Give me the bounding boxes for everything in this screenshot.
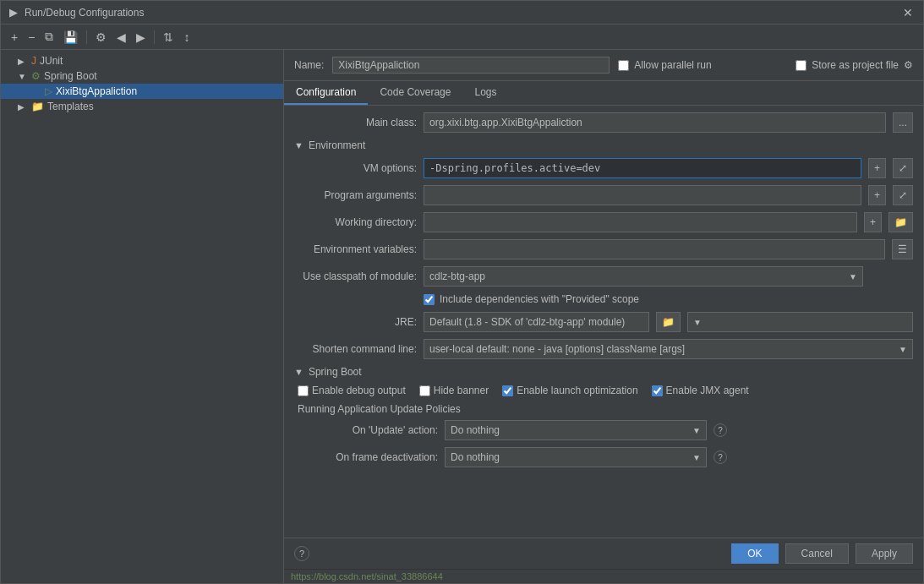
vm-options-add-btn[interactable]: +	[868, 158, 886, 178]
store-settings-icon: ⚙	[904, 59, 913, 71]
on-frame-arrow: ▼	[692, 453, 701, 462]
running-app-header: Running Application Update Policies	[298, 403, 913, 415]
tab-code-coverage[interactable]: Code Coverage	[368, 81, 462, 105]
sidebar-item-junit[interactable]: ▶ J JUnit	[1, 53, 283, 68]
on-update-dropdown[interactable]: Do nothing ▼	[445, 420, 707, 440]
enable-debug-label: Enable debug output	[312, 385, 406, 396]
toolbar: + − ⧉ 💾 ⚙ ◀ ▶ ⇅ ↕	[1, 25, 923, 50]
status-url: https://blog.csdn.net/sinat_33886644	[291, 571, 443, 581]
sidebar-item-templates[interactable]: ▶ 📁 Templates	[1, 99, 283, 114]
enable-jmx-checkbox[interactable]	[652, 385, 663, 396]
title-bar-left: ▶ Run/Debug Configurations	[9, 6, 144, 19]
main-class-row: Main class: ...	[294, 112, 913, 133]
allow-parallel-checkbox[interactable]	[618, 60, 629, 71]
sidebar-item-templates-label: Templates	[47, 101, 94, 112]
vm-options-expand-btn[interactable]: ⤢	[893, 158, 913, 178]
settings-button[interactable]: ⚙	[92, 29, 110, 46]
close-icon[interactable]: ✕	[903, 7, 915, 19]
run-debug-dialog: ▶ Run/Debug Configurations ✕ + − ⧉ 💾 ⚙ ◀…	[0, 0, 924, 584]
on-frame-row: On frame deactivation: Do nothing ▼ ?	[311, 447, 913, 467]
spring-boot-section: ▼ Spring Boot Enable debug output Hide b…	[294, 366, 913, 467]
env-vars-label: Environment variables:	[294, 243, 417, 255]
prev-button[interactable]: ◀	[113, 29, 129, 46]
program-args-row: Program arguments: + ⤢	[294, 185, 913, 205]
move-button[interactable]: ⇅	[160, 29, 177, 46]
on-update-arrow: ▼	[692, 426, 701, 435]
apply-button[interactable]: Apply	[856, 543, 913, 564]
name-row: Name: Allow parallel run Store as projec…	[284, 50, 923, 81]
on-update-help-icon[interactable]: ?	[714, 423, 727, 437]
title-bar: ▶ Run/Debug Configurations ✕	[1, 1, 923, 25]
add-button[interactable]: +	[8, 29, 21, 46]
working-dir-browse-btn[interactable]: 📁	[888, 212, 913, 232]
name-label: Name:	[294, 59, 324, 71]
program-args-add-btn[interactable]: +	[868, 185, 886, 205]
classpath-dropdown-arrow: ▼	[849, 272, 857, 281]
sidebar-item-junit-label: JUnit	[40, 55, 63, 67]
main-panel: Name: Allow parallel run Store as projec…	[284, 50, 923, 583]
copy-button[interactable]: ⧉	[41, 28, 57, 46]
sort-button[interactable]: ↕	[180, 29, 193, 46]
shorten-cmd-row: Shorten command line: user-local default…	[294, 339, 913, 359]
main-class-browse-btn[interactable]: ...	[893, 112, 913, 133]
shorten-cmd-dropdown[interactable]: user-local default: none - java [options…	[424, 339, 913, 359]
classpath-dropdown[interactable]: cdlz-btg-app ▼	[424, 266, 863, 287]
spring-boot-icon: ⚙	[31, 70, 41, 82]
include-deps-checkbox[interactable]	[424, 294, 435, 305]
tabs: Configuration Code Coverage Logs	[284, 81, 923, 106]
on-frame-value: Do nothing	[451, 451, 500, 463]
jre-alt-dropdown[interactable]: ▼	[687, 312, 913, 332]
program-args-expand-btn[interactable]: ⤢	[893, 185, 913, 205]
jre-browse-btn[interactable]: 📁	[656, 312, 681, 332]
spring-boot-header-row: ▼ Spring Boot	[294, 366, 913, 378]
jre-alt-arrow: ▼	[693, 318, 702, 327]
config-body: Main class: ... ▼ Environment VM options…	[284, 106, 923, 538]
help-button[interactable]: ?	[294, 546, 309, 561]
status-bar: https://blog.csdn.net/sinat_33886644	[284, 569, 923, 583]
tab-configuration[interactable]: Configuration	[284, 81, 368, 105]
jre-dropdown[interactable]: Default (1.8 - SDK of 'cdlz-btg-app' mod…	[424, 312, 649, 332]
sidebar-item-xixibtg[interactable]: ▷ XixiBtgAppaliction	[1, 84, 283, 99]
ok-button[interactable]: OK	[731, 543, 778, 564]
jre-dropdown-value: Default (1.8 - SDK of 'cdlz-btg-app' mod…	[429, 316, 625, 328]
tab-logs[interactable]: Logs	[462, 81, 508, 105]
working-dir-add-btn[interactable]: +	[864, 212, 882, 232]
working-dir-row: Working directory: + 📁	[294, 212, 913, 232]
save-button[interactable]: 💾	[60, 29, 81, 46]
on-update-row: On 'Update' action: Do nothing ▼ ?	[311, 420, 913, 440]
name-input[interactable]	[332, 57, 610, 74]
env-vars-edit-btn[interactable]: ☰	[892, 239, 913, 259]
enable-launch-checkbox[interactable]	[502, 385, 513, 396]
hide-banner-checkbox[interactable]	[419, 385, 430, 396]
spring-boot-section-label: Spring Boot	[309, 366, 362, 378]
templates-arrow: ▶	[18, 102, 28, 112]
vm-options-input[interactable]	[424, 158, 861, 178]
env-vars-input[interactable]	[424, 239, 885, 259]
bottom-left: ?	[294, 546, 309, 561]
main-class-input[interactable]	[424, 112, 886, 133]
on-update-label: On 'Update' action:	[311, 424, 438, 436]
on-frame-dropdown[interactable]: Do nothing ▼	[445, 447, 707, 467]
program-args-input[interactable]	[424, 185, 861, 205]
spring-boot-section-arrow: ▼	[294, 367, 303, 377]
junit-icon: J	[31, 55, 36, 67]
remove-button[interactable]: −	[25, 29, 38, 46]
include-deps-row: Include dependencies with "Provided" sco…	[424, 293, 913, 305]
program-args-label: Program arguments:	[294, 189, 417, 201]
on-update-value: Do nothing	[451, 424, 500, 436]
sidebar-item-spring-boot[interactable]: ▼ ⚙ Spring Boot	[1, 68, 283, 84]
sidebar-item-xixibtg-label: XixiBtgAppaliction	[56, 85, 137, 97]
allow-parallel-label: Allow parallel run	[634, 59, 711, 71]
dialog-icon: ▶	[9, 6, 18, 19]
enable-debug-checkbox[interactable]	[298, 385, 309, 396]
templates-icon: 📁	[31, 101, 44, 112]
shorten-cmd-label: Shorten command line:	[294, 343, 417, 355]
bottom-bar: ? OK Cancel Apply	[284, 538, 923, 569]
vm-options-row: VM options: + ⤢	[294, 158, 913, 178]
cancel-button[interactable]: Cancel	[785, 543, 849, 564]
on-frame-help-icon[interactable]: ?	[714, 450, 727, 464]
next-button[interactable]: ▶	[133, 29, 149, 46]
env-vars-row: Environment variables: ☰	[294, 239, 913, 259]
store-as-project-checkbox[interactable]	[796, 60, 806, 71]
working-dir-input[interactable]	[424, 212, 857, 232]
